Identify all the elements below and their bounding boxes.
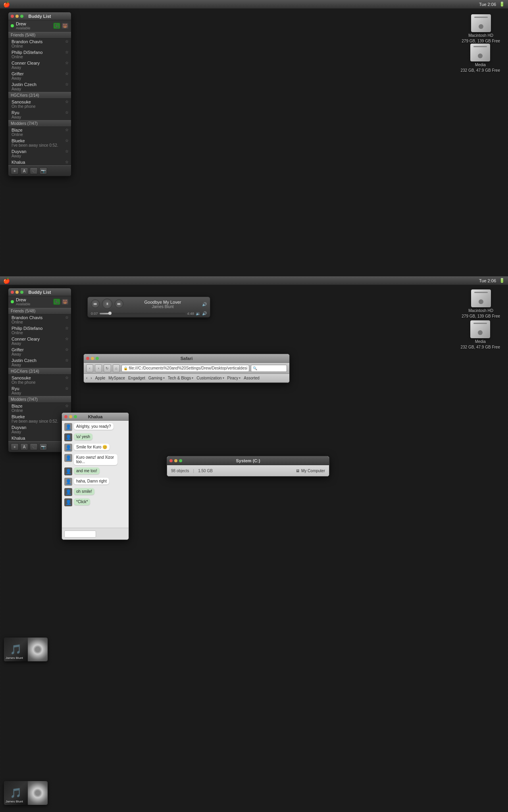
add-buddy-btn-b[interactable]: + (11, 443, 19, 450)
bookmark-gaming[interactable]: Gaming ▾ (148, 376, 165, 380)
player-progress: 0:07 4:48 🔉 🔊 (91, 311, 207, 316)
buddy-justin-czech[interactable]: Justin Czech Away ☆ (8, 81, 71, 92)
system-dots (169, 459, 182, 462)
buddy-blaze-b[interactable]: Blaze Online ☆ (8, 403, 71, 414)
next-btn[interactable]: ⏭ (115, 299, 123, 308)
bookmark-assorted[interactable]: Assorted (244, 376, 259, 380)
titlebar-dots (11, 15, 23, 18)
star-icon: ☆ (65, 160, 69, 164)
chat-input[interactable] (64, 530, 96, 538)
chat-minimize[interactable] (69, 415, 72, 418)
apple-icon2[interactable]: 🍎 (3, 278, 10, 284)
buddy-grifter-b[interactable]: Grifter Away ☆ (8, 347, 71, 357)
star-icon: ☆ (65, 61, 69, 65)
buddy-user-status: Available (16, 26, 51, 30)
buddy-justin-czech-b[interactable]: Justin Czech Away ☆ (8, 357, 71, 368)
buddy-brandon-chavis-b[interactable]: Brandon Chavis Online ☆ (8, 314, 71, 325)
forward-btn[interactable]: › (95, 364, 102, 372)
macintosh-hd-icon[interactable]: Macintosh HD 279 GB, 139 GB Free (462, 14, 500, 43)
bookmark-engadget[interactable]: Engadget (128, 376, 145, 380)
phone-btn[interactable]: 📞 (53, 23, 60, 29)
phone-toolbar-btn[interactable]: 📞 (30, 167, 38, 174)
buddy-conner-cleary-bottom[interactable]: Conner Cleary Away ☆ (8, 336, 71, 347)
chat-zoom[interactable] (74, 415, 77, 418)
video-btn[interactable]: 📷 (39, 167, 47, 174)
safari-search[interactable]: 🔍 (251, 365, 287, 372)
emoji-btn-b[interactable]: 🐻 (62, 299, 69, 305)
progress-bar[interactable] (100, 313, 186, 314)
system-zoom[interactable] (179, 459, 182, 462)
emoji-btn[interactable]: 🐻 (62, 23, 69, 29)
buddy-grifter[interactable]: Grifter Away ☆ (8, 71, 71, 81)
safari-zoom[interactable] (96, 357, 99, 360)
apple-icon[interactable]: 🍎 (3, 1, 10, 8)
bookmark-apple[interactable]: Apple (95, 376, 106, 380)
progress-thumb (108, 312, 112, 315)
volume-up[interactable]: 🔊 (202, 311, 207, 316)
phone-toolbar-btn-b[interactable]: 📞 (30, 443, 38, 450)
buddy-blueke[interactable]: Blueke I've been away since 0:52. ☆ (8, 138, 71, 148)
chat-window: Khalua 👤 Alrighty, you ready? 👤 \o/ yesh… (62, 412, 129, 540)
safari-window: Safari ‹ › ↻ ⌂ 🔒 file:///C:/Documents%20… (83, 354, 290, 383)
text-btn[interactable]: A (20, 167, 28, 174)
bookmark-arrow-right[interactable]: › (90, 376, 92, 380)
video-btn-b[interactable]: 📷 (39, 443, 47, 450)
media-hd-icon[interactable]: Media 232 GB, 47.9 GB Free (461, 44, 500, 73)
minimize-dot-b[interactable] (15, 291, 19, 294)
bookmark-piracy[interactable]: Piracy ▾ (227, 376, 241, 380)
pause-btn[interactable]: ⏸ (102, 299, 112, 309)
add-buddy-btn[interactable]: + (11, 167, 19, 174)
buddy-duyvan[interactable]: Duyvan Away ☆ (8, 148, 71, 159)
text-btn-b[interactable]: A (20, 443, 28, 450)
url-icon: 🔒 (123, 366, 128, 370)
minimize-dot[interactable] (15, 15, 19, 18)
media-hd-icon-b[interactable]: Media 232 GB, 47.9 GB Free (461, 320, 500, 349)
chat-messages: 👤 Alrighty, you ready? 👤 \o/ yesh 👤 Smil… (62, 421, 129, 528)
volume-down[interactable]: 🔉 (196, 311, 200, 316)
safari-url[interactable]: 🔒 file:///C:/Documents%20and%20Settings/… (121, 365, 249, 372)
itunes-widget-top[interactable]: 🎵 James Blunt (4, 638, 48, 661)
bookmark-tech[interactable]: Tech & Blogs ▾ (168, 376, 193, 380)
chat-close[interactable] (64, 415, 67, 418)
safari-minimize[interactable] (91, 357, 94, 360)
itunes-widget-bottom[interactable]: 🎵 James Blunt (4, 781, 48, 805)
buddy-ryu[interactable]: Ryu Away ☆ (8, 109, 71, 120)
status-dot (11, 24, 14, 27)
track-name: Goodbye My Lover (126, 300, 200, 304)
bookmark-customization[interactable]: Customization ▾ (196, 376, 224, 380)
zoom-dot-b[interactable] (20, 291, 23, 294)
buddy-blaze[interactable]: Blaze Online ☆ (8, 127, 71, 138)
safari-close[interactable] (86, 357, 89, 360)
buddy-philip-distefano[interactable]: Philip DiStefano Online ☆ (8, 49, 71, 60)
system-close[interactable] (169, 459, 173, 462)
home-btn[interactable]: ⌂ (113, 364, 120, 372)
buddy-philip-distefano-b[interactable]: Philip DiStefano Online ☆ (8, 325, 71, 336)
buddy-ryu-b[interactable]: Ryu Away ☆ (8, 385, 71, 396)
zoom-dot[interactable] (20, 15, 23, 18)
buddy-sanosuke[interactable]: Sanosuke On the phone ☆ (8, 99, 71, 109)
back-btn[interactable]: ‹ (86, 364, 93, 372)
bookmark-arrow-left[interactable]: ‹ (86, 376, 87, 380)
macintosh-hd-icon-b[interactable]: Macintosh HD 279 GB, 139 GB Free (462, 289, 500, 318)
chat-bubble-8: *Click* (74, 498, 90, 505)
system-minimize[interactable] (174, 459, 177, 462)
section-modders-b: Modders (7/47) (8, 396, 71, 403)
bookmark-myspace[interactable]: MySpace (108, 376, 125, 380)
system-title: System (C:) (236, 458, 260, 463)
reload-btn[interactable]: ↻ (104, 364, 111, 372)
macintosh-hd-label2-b: 279 GB, 139 GB Free (462, 314, 500, 318)
buddy-conner-cleary-top[interactable]: Conner Cleary Away ☆ (8, 60, 71, 71)
buddy-sanosuke-b[interactable]: Sanosuke On the phone ☆ (8, 375, 71, 385)
chat-msg-5: 👤 and me too! (64, 467, 126, 475)
close-dot[interactable] (11, 15, 14, 18)
prev-btn[interactable]: ⏮ (91, 299, 100, 308)
buddy-brandon-chavis[interactable]: Brandon Chavis Online ☆ (8, 38, 71, 49)
my-computer-btn[interactable]: 🖥 My Computer (296, 469, 325, 473)
chat-title: Khalua (88, 414, 103, 419)
close-dot-b[interactable] (11, 291, 14, 294)
phone-btn-b[interactable]: 📞 (53, 299, 60, 305)
chat-avatar-me1: 👤 (64, 433, 72, 441)
buddy-khalua[interactable]: Khalua ☆ (8, 159, 71, 165)
section-modders: Modders (7/47) (8, 120, 71, 127)
volume-icon[interactable]: 🔊 (202, 302, 207, 306)
